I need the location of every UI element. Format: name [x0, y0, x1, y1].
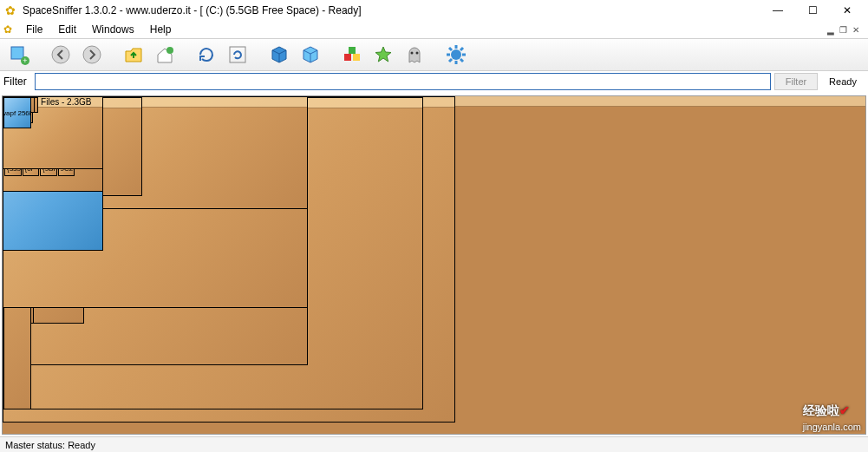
forward-button[interactable] [78, 41, 106, 69]
ghost-button[interactable] [401, 41, 428, 69]
home-button[interactable] [151, 41, 179, 69]
svg-point-12 [451, 49, 461, 60]
status-bar: Master status: Ready [0, 436, 868, 452]
svg-point-4 [83, 46, 101, 63]
svg-rect-8 [353, 54, 360, 61]
filter-button[interactable]: Filter [774, 73, 818, 90]
settings-button[interactable] [442, 41, 470, 69]
svg-point-3 [52, 46, 69, 63]
blocks-button[interactable] [338, 41, 366, 69]
filter-label: Filter [3, 75, 31, 88]
svg-point-5 [166, 47, 173, 54]
new-scan-button[interactable]: + [5, 41, 33, 69]
svg-text:+: + [23, 56, 27, 65]
svg-rect-6 [230, 47, 245, 62]
refresh-area-button[interactable] [224, 41, 251, 69]
mdi-restore-icon[interactable]: ❐ [839, 25, 847, 35]
close-button[interactable]: ✕ [830, 0, 865, 21]
window-title: SpaceSniffer 1.3.0.2 - www.uderzo.it - [… [23, 4, 760, 16]
svg-point-11 [416, 52, 419, 55]
watermark: 经验啦✔ jingyanla.com [803, 403, 861, 433]
cube2-button[interactable] [297, 41, 324, 69]
menu-edit[interactable]: Edit [51, 23, 83, 36]
filter-input[interactable] [35, 73, 771, 90]
menu-file[interactable]: File [19, 23, 49, 36]
cube1-button[interactable] [265, 41, 293, 69]
app-small-icon: ✿ [3, 23, 17, 36]
refresh-button[interactable] [193, 41, 220, 69]
app-icon: ✿ [3, 3, 17, 17]
menu-help[interactable]: Help [143, 23, 179, 36]
maximize-button[interactable]: ☐ [795, 0, 830, 21]
minimize-button[interactable]: — [760, 0, 795, 21]
svg-line-19 [449, 59, 452, 62]
mdi-minimize-icon[interactable]: ▂ [827, 25, 834, 35]
svg-rect-7 [344, 54, 351, 61]
svg-rect-9 [349, 47, 356, 54]
back-button[interactable] [47, 41, 75, 69]
svg-line-20 [460, 48, 463, 50]
svg-line-17 [449, 48, 452, 50]
svg-point-10 [411, 52, 414, 55]
svg-line-18 [460, 59, 463, 62]
ready-label: Ready [821, 76, 865, 87]
treemap[interactable]: C:\ - 94.2GB Users - 49.0GB Administrato… [2, 95, 866, 435]
folder-up-button[interactable] [120, 41, 147, 69]
mdi-close-icon[interactable]: ✕ [852, 25, 859, 35]
menu-windows[interactable]: Windows [85, 23, 141, 36]
star-button[interactable] [369, 41, 397, 69]
svg-rect-0 [11, 47, 23, 59]
